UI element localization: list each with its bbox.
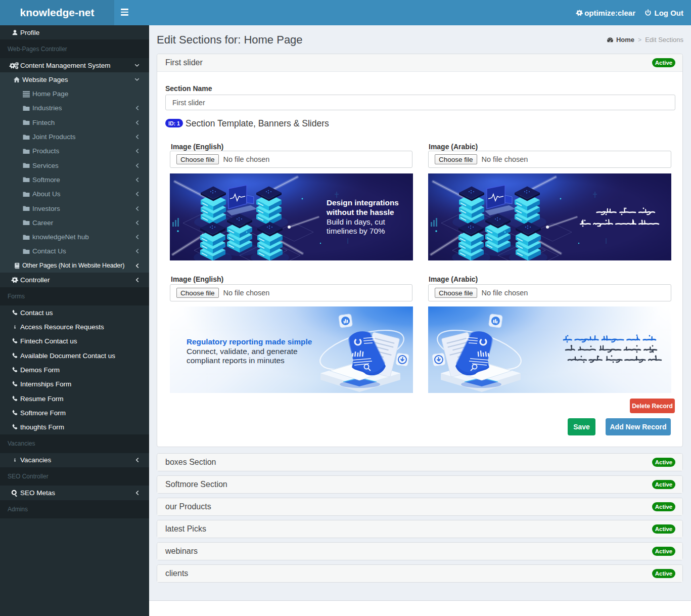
svg-text:compliant reports in minutes: compliant reports in minutes	[187, 356, 285, 365]
svg-text:without the hassle: without the hassle	[326, 208, 394, 216]
svg-text:Build in days, cut: Build in days, cut	[327, 217, 385, 226]
svg-text:timelines by 70%: timelines by 70%	[327, 227, 385, 235]
svg-text:Connect, validate, and generat: Connect, validate, and generate	[187, 347, 298, 356]
svg-text:Design integrations: Design integrations	[327, 198, 399, 207]
svg-text:Regulatory reporting made simp: Regulatory reporting made simple	[187, 337, 312, 346]
